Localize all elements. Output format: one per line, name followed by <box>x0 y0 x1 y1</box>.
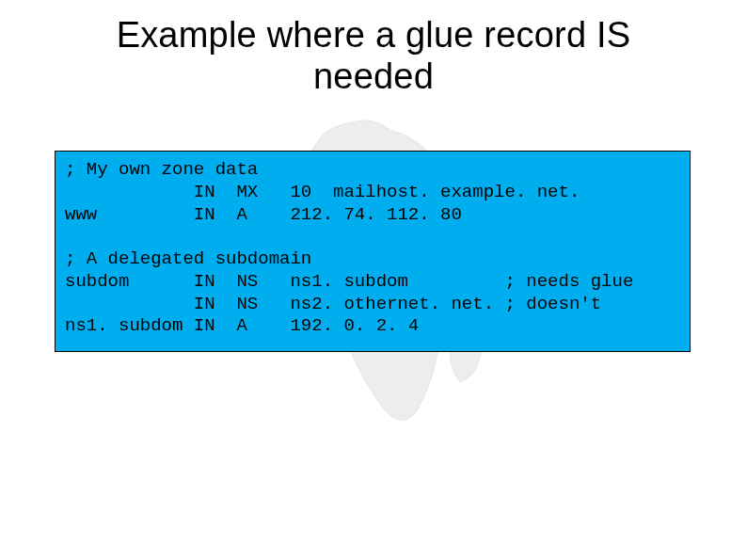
code-line: IN NS ns2. othernet. net. ; doesn't <box>65 294 601 314</box>
code-line: IN MX 10 mailhost. example. net. <box>65 182 580 202</box>
title-line-1: Example where a glue record IS <box>117 15 631 55</box>
code-line: subdom IN NS ns1. subdom ; needs glue <box>65 271 633 292</box>
slide-title: Example where a glue record IS needed <box>0 15 747 97</box>
code-line: www IN A 212. 74. 112. 80 <box>65 204 462 225</box>
slide: Example where a glue record IS needed ; … <box>0 0 747 560</box>
zone-file-code-block: ; My own zone data IN MX 10 mailhost. ex… <box>55 151 691 352</box>
code-line: ; A delegated subdomain <box>65 248 311 269</box>
code-line: ns1. subdom IN A 192. 0. 2. 4 <box>65 315 419 336</box>
title-line-2: needed <box>313 56 434 96</box>
code-line: ; My own zone data <box>65 159 258 180</box>
